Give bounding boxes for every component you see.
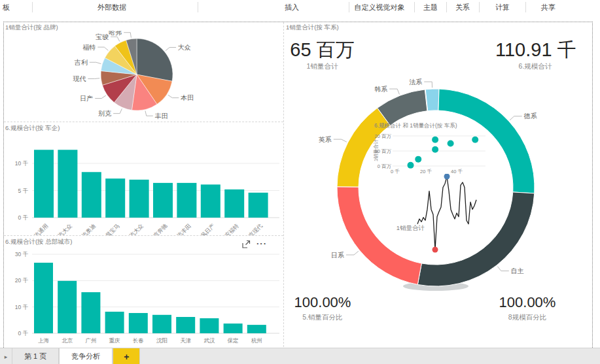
page-tab-bar: ▸ 第 1 页 竞争分析 + xyxy=(0,348,600,364)
menu-item-relationships[interactable]: 关系 xyxy=(455,3,470,12)
ribbon-separator xyxy=(32,2,33,12)
scatter-point[interactable] xyxy=(432,137,438,143)
pie-label-丰田: 丰田 xyxy=(155,112,168,120)
pie-label-日产: 日产 xyxy=(80,95,93,102)
ribbon-separator xyxy=(349,2,349,12)
menu-item-calculations[interactable]: 计算 xyxy=(495,3,510,12)
tab-competition-analysis[interactable]: 竞争分析 xyxy=(59,348,113,364)
sparkline-max-marker[interactable] xyxy=(444,174,450,180)
bar-长安福特[interactable] xyxy=(224,190,244,218)
card-sales-percent: 100.00% 5.销量百分比 xyxy=(283,295,362,322)
scatter-x-tick: 0 千 xyxy=(391,169,400,174)
card-scale-percent: 100.00% 8规模百分比 xyxy=(488,295,567,322)
pie-label-大众: 大众 xyxy=(178,44,191,51)
y-tick-label: 10 千 xyxy=(15,160,29,167)
bar-广州[interactable] xyxy=(81,292,100,333)
x-tick-label: 武汉 xyxy=(203,337,215,344)
bar-chart-city: 0 千10 千20 千30 千上海北京广州重庆长春沈阳天津武汉保定杭州 xyxy=(3,236,283,348)
bar-一汽大众[interactable] xyxy=(130,180,149,218)
bar-长春[interactable] xyxy=(129,313,148,333)
x-tick-label: 北京 xyxy=(62,337,73,344)
bar-保定[interactable] xyxy=(224,323,243,333)
menu-item-share[interactable]: 共享 xyxy=(541,3,556,12)
card-sales-percent-label: 5.销量百分比 xyxy=(283,313,362,322)
sparkline-min-marker[interactable] xyxy=(432,247,438,253)
x-tick-label: 一汽丰田 xyxy=(172,222,192,235)
pie-label-别克: 别克 xyxy=(98,110,111,117)
bar-一汽奥迪[interactable] xyxy=(82,172,101,218)
menu-item-external-data[interactable]: 外部数据 xyxy=(97,3,126,12)
card-scale-percent-label: 8规模百分比 xyxy=(488,313,567,322)
donut-slice-日系[interactable] xyxy=(337,187,421,285)
scatter-title: 6.规模合计 和 1销量合计(按 车系) xyxy=(374,122,457,129)
scatter-point[interactable] xyxy=(432,146,438,153)
y-tick-label: 5 千 xyxy=(18,188,28,194)
card-scale-percent-value: 100.00% xyxy=(488,295,567,310)
y-tick-label: 30 千 xyxy=(15,251,29,257)
menu-item-custom-visuals[interactable]: 自定义视觉对象 xyxy=(355,3,405,12)
bar-一汽丰田[interactable] xyxy=(177,183,196,218)
bar-chart-company: 0 千5 千10 千上汽通用上汽大众一汽奥迪华晨宝马一汽大众北京奔驰一汽丰田东风… xyxy=(3,122,283,235)
bar-天津[interactable] xyxy=(176,317,195,333)
y-tick-label: 0 千 xyxy=(18,214,28,221)
x-tick-label: 华晨宝马 xyxy=(101,222,121,235)
x-tick-label: 广州 xyxy=(85,337,96,344)
donut-label-日系: 日系 xyxy=(331,252,344,259)
bar-华晨宝马[interactable] xyxy=(105,178,125,218)
x-tick-label: 一汽奥迪 xyxy=(77,222,97,235)
bar-重庆[interactable] xyxy=(105,312,124,333)
ribbon-separator xyxy=(446,2,447,12)
bar-东风日产[interactable] xyxy=(201,184,221,218)
scatter-y-tick: 20 百万 xyxy=(375,133,392,139)
ribbon-separator xyxy=(479,2,480,12)
bar-沈阳[interactable] xyxy=(152,315,171,333)
bar-北京奔驰[interactable] xyxy=(153,183,173,218)
menu-item-clipboard[interactable]: 板 xyxy=(3,3,10,12)
scatter-point[interactable] xyxy=(408,162,414,169)
donut-label-法系: 法系 xyxy=(409,78,422,86)
donut-label-德系: 德系 xyxy=(523,112,537,120)
pie-label-现代: 现代 xyxy=(73,75,86,82)
bar-上海[interactable] xyxy=(34,263,53,333)
x-tick-label: 杭州 xyxy=(251,337,262,344)
scatter-point[interactable] xyxy=(448,141,454,147)
x-tick-label: 长安福特 xyxy=(220,222,240,235)
bar-上汽通用[interactable] xyxy=(34,150,54,218)
x-tick-label: 上海 xyxy=(38,337,50,344)
ribbon-separator xyxy=(525,2,526,12)
ribbon-separator xyxy=(198,2,198,12)
x-tick-label: 保定 xyxy=(228,337,239,344)
donut-slice-法系[interactable] xyxy=(425,89,439,111)
x-tick-label: 重庆 xyxy=(109,337,121,344)
bar-北京现代[interactable] xyxy=(249,193,268,218)
x-tick-label: 一汽大众 xyxy=(124,222,145,235)
ribbon-separator xyxy=(414,2,415,12)
tab-page-1[interactable]: 第 1 页 xyxy=(12,348,59,364)
add-page-button[interactable]: + xyxy=(113,348,140,364)
x-tick-label: 东风日产 xyxy=(196,222,216,235)
x-tick-label: 北京奔驰 xyxy=(148,222,168,235)
pie-chart-brand: 大众本田丰田别克日产现代吉利福特宝骏哈弗 xyxy=(3,31,278,122)
bar-杭州[interactable] xyxy=(247,325,266,333)
bar-上汽大众[interactable] xyxy=(58,150,77,218)
menu-item-insert[interactable]: 插入 xyxy=(285,3,299,12)
x-tick-label: 沈阳 xyxy=(156,337,168,344)
bar-武汉[interactable] xyxy=(200,318,219,333)
scatter-point[interactable] xyxy=(415,156,421,163)
bar-北京[interactable] xyxy=(58,281,77,333)
scatter-point[interactable] xyxy=(472,137,478,143)
pie-slice-大众[interactable] xyxy=(137,39,173,81)
pie-label-本田: 本田 xyxy=(180,94,194,101)
x-tick-label: 上汽通用 xyxy=(29,222,49,235)
pie-label-哈弗: 哈弗 xyxy=(109,31,122,36)
menu-item-themes[interactable]: 主题 xyxy=(423,3,438,12)
sparkline-chart xyxy=(411,174,499,259)
x-tick-label: 天津 xyxy=(180,337,191,344)
pie-label-宝骏: 宝骏 xyxy=(96,33,109,41)
sparkline-path[interactable] xyxy=(417,176,476,250)
donut-label-自主: 自主 xyxy=(511,267,524,274)
x-tick-label: 上汽大众 xyxy=(53,222,73,235)
page-nav-arrow-icon[interactable]: ▸ xyxy=(0,348,12,364)
x-tick-label: 长春 xyxy=(133,337,144,344)
donut-label-韩系: 韩系 xyxy=(374,86,387,93)
